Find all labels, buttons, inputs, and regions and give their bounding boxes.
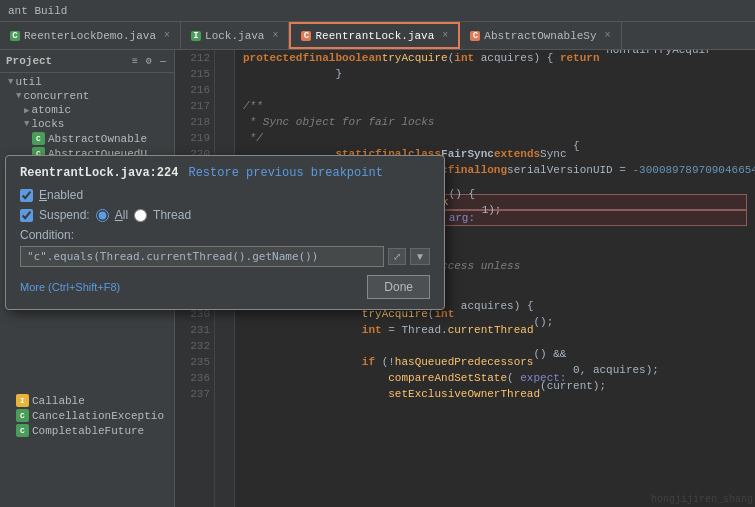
popup-all-radio[interactable] (96, 209, 109, 222)
tree-row-abstractownable[interactable]: C AbstractOwnable (0, 131, 174, 146)
popup-suspend-label: Suspend: (39, 208, 90, 222)
top-bar-label: ant Build (8, 5, 67, 17)
top-bar: ant Build (0, 0, 755, 22)
arrow-concurrent: ▼ (16, 91, 21, 101)
tab-icon-reentrant: C (301, 31, 311, 41)
tab-abstract[interactable]: C AbstractOwnableSy × (460, 22, 621, 49)
tab-label-reentrant: ReentrantLock.java (315, 30, 434, 42)
tab-close-abstract[interactable]: × (605, 30, 611, 41)
tab-bar: C ReenterLockDemo.java × I Lock.java × C… (0, 22, 755, 50)
arrow-util: ▼ (8, 77, 13, 87)
popup-title: ReentrantLock.java:224 (20, 166, 178, 180)
arrow-atomic: ▶ (24, 105, 29, 116)
popup-suspend-row: Suspend: All Thread (20, 208, 430, 222)
code-line-237: setExclusiveOwnerThread(current); (243, 386, 747, 402)
icon-completable: C (16, 424, 29, 437)
popup-title-row: ReentrantLock.java:224 Restore previous … (20, 166, 430, 180)
popup-enabled-label: Enabled (39, 188, 83, 202)
popup-thread-label: Thread (153, 208, 191, 222)
sidebar-sort-btn[interactable]: ≡ (130, 55, 140, 68)
popup-condition-input-row: ⤢ ▼ (20, 246, 430, 267)
tree-row-locks[interactable]: ▼ locks (0, 117, 174, 131)
tab-label-reenter: ReenterLockDemo.java (24, 30, 156, 42)
icon-cancellation: C (16, 409, 29, 422)
popup-enabled-row: Enabled (20, 188, 430, 202)
tab-icon-abstract: C (470, 31, 480, 41)
popup-done-button[interactable]: Done (367, 275, 430, 299)
tree-row-util[interactable]: ▼ util (0, 75, 174, 89)
tab-reenter[interactable]: C ReenterLockDemo.java × (0, 22, 181, 49)
tab-reentrant[interactable]: C ReentrantLock.java × (289, 22, 460, 49)
popup-condition-row: Condition: ⤢ ▼ (20, 228, 430, 267)
icon-callable: I (16, 394, 29, 407)
tab-icon-lock: I (191, 31, 201, 41)
watermark: hongjijiren_shang (649, 492, 755, 507)
tab-icon-reenter: C (10, 31, 20, 41)
popup-bottom-row: More (Ctrl+Shift+F8) Done (20, 275, 430, 299)
popup-restore-link[interactable]: Restore previous breakpoint (188, 166, 382, 180)
popup-condition-label: Condition: (20, 228, 430, 242)
code-line-218: * Sync object for fair locks (243, 114, 747, 130)
popup-thread-radio[interactable] (134, 209, 147, 222)
code-line-217: /** (243, 98, 747, 114)
sidebar-minimize-btn[interactable]: — (158, 55, 168, 68)
tree-row-atomic[interactable]: ▶ atomic (0, 103, 174, 117)
popup-condition-input[interactable] (20, 246, 384, 267)
tree-row-concurrent[interactable]: ▼ concurrent (0, 89, 174, 103)
tab-close-reentrant[interactable]: × (442, 30, 448, 41)
sidebar-settings-btn[interactable]: ⚙ (144, 54, 154, 68)
tab-label-abstract: AbstractOwnableSy (484, 30, 596, 42)
popup-enabled-checkbox[interactable] (20, 189, 33, 202)
label-concurrent: concurrent (23, 90, 89, 102)
arrow-locks: ▼ (24, 119, 29, 129)
icon-abstractownable: C (32, 132, 45, 145)
tree-row-cancellation[interactable]: C CancellationExceptio (0, 408, 174, 423)
popup-dropdown-btn[interactable]: ▼ (410, 248, 430, 265)
popup-suspend-checkbox[interactable] (20, 209, 33, 222)
sidebar-header-label: Project (6, 55, 126, 67)
popup-all-label: All (115, 208, 128, 222)
tab-label-lock: Lock.java (205, 30, 264, 42)
label-cancellation: CancellationExceptio (32, 410, 164, 422)
tab-close-lock[interactable]: × (272, 30, 278, 41)
tree-row-completable[interactable]: C CompletableFuture (0, 423, 174, 438)
tree-row-callable[interactable]: I Callable (0, 393, 174, 408)
label-locks: locks (31, 118, 64, 130)
label-util: util (15, 76, 41, 88)
popup-expand-btn[interactable]: ⤢ (388, 248, 406, 265)
label-atomic: atomic (31, 104, 71, 116)
label-callable: Callable (32, 395, 85, 407)
sidebar-header: Project ≡ ⚙ — (0, 50, 174, 73)
popup-more-link[interactable]: More (Ctrl+Shift+F8) (20, 281, 120, 293)
label-abstractownable: AbstractOwnable (48, 133, 147, 145)
code-line-231: int = Thread.currentThread(); (243, 322, 747, 338)
label-completable: CompletableFuture (32, 425, 144, 437)
tab-close-reenter[interactable]: × (164, 30, 170, 41)
tab-lock[interactable]: I Lock.java × (181, 22, 289, 49)
breakpoint-popup: ReentrantLock.java:224 Restore previous … (5, 155, 445, 310)
